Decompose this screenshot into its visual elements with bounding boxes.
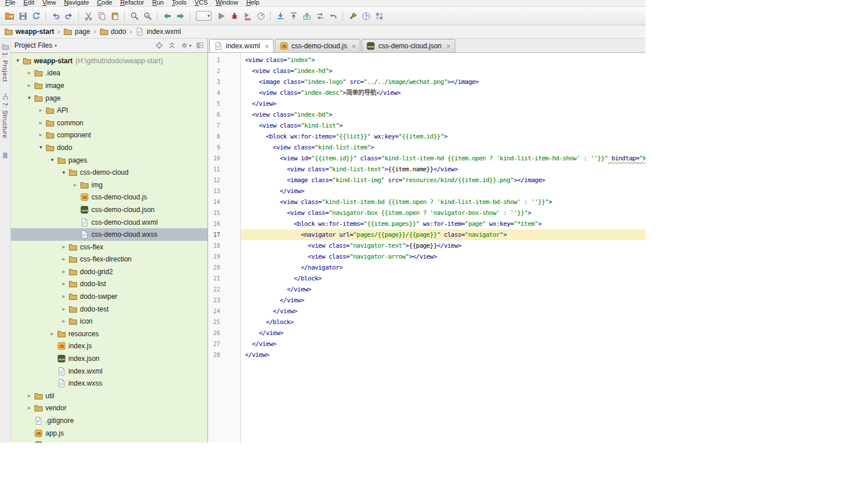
menu-vcs[interactable]: VCS — [191, 0, 212, 6]
tree-item-css-demo-cloud[interactable]: ▼css-demo-cloud — [11, 166, 207, 179]
tree-item-img[interactable]: ▶img — [11, 179, 207, 191]
code-line[interactable]: </view> — [241, 98, 645, 109]
line-number[interactable]: 20 — [208, 262, 240, 273]
expand-toggle[interactable]: ▶ — [59, 282, 68, 286]
project-tool-button[interactable]: 1: Project — [2, 43, 9, 82]
code-line[interactable]: <view class="index-bd"> — [241, 109, 645, 120]
coverage-icon[interactable] — [241, 9, 254, 22]
close-icon[interactable]: × — [352, 43, 356, 50]
line-number[interactable]: 25 — [208, 317, 240, 328]
tree-item-API[interactable]: ▶API — [11, 104, 207, 117]
menu-edit[interactable]: Edit — [20, 0, 39, 6]
redo-icon[interactable] — [62, 9, 75, 22]
vcs-compare-icon[interactable] — [313, 9, 326, 22]
menu-file[interactable]: File — [1, 0, 20, 6]
breadcrumb-item-weapp-start[interactable]: weapp-start — [4, 27, 54, 36]
code-line[interactable]: <view class="navigator-text">{{page}}</v… — [241, 240, 645, 251]
menu-tools[interactable]: Tools — [168, 0, 191, 6]
menu-view[interactable]: View — [39, 0, 60, 6]
line-number[interactable]: 11 — [208, 164, 240, 175]
code-line[interactable]: </view> — [241, 284, 645, 295]
tree-item-app.js[interactable]: JSapp.js — [11, 427, 207, 440]
tree-item-index.js[interactable]: JSindex.js — [11, 340, 207, 353]
tree-item-.idea[interactable]: ▶.idea — [11, 67, 207, 80]
tree-item-icon[interactable]: ▶icon — [11, 315, 207, 328]
code-line[interactable]: </block> — [241, 273, 645, 284]
tree-item-app.json[interactable]: JSONapp.json — [11, 439, 207, 443]
menu-code[interactable]: Code — [93, 0, 116, 6]
code-line[interactable]: <view class="index"> — [241, 55, 645, 66]
tree-item-css-flex[interactable]: ▶css-flex — [11, 241, 207, 253]
open-icon[interactable] — [3, 9, 16, 22]
expand-toggle[interactable]: ▶ — [36, 108, 45, 113]
project-view-selector[interactable]: Project Files ▾ — [14, 41, 57, 49]
code-line[interactable]: <view class="navigator-arrow"></view> — [241, 251, 645, 262]
code-line[interactable]: <view class="kind-list-item-bd {{item.op… — [241, 197, 645, 207]
line-number[interactable]: 21 — [208, 273, 240, 284]
code-line[interactable]: </view> — [241, 186, 645, 197]
line-number[interactable]: 22 — [208, 284, 240, 295]
line-number[interactable]: 8 — [208, 131, 240, 142]
structure-tool-button[interactable]: 7: Structure — [2, 93, 9, 138]
tree-item-common[interactable]: ▶common — [11, 117, 207, 129]
code-line[interactable]: </view> — [241, 338, 645, 349]
code-line[interactable]: </view> — [241, 349, 645, 360]
code-line[interactable]: </view> — [241, 328, 645, 338]
line-number[interactable]: 17 — [208, 229, 240, 240]
expand-toggle[interactable]: ▶ — [59, 294, 68, 299]
code-line[interactable]: <view id="{{item.id}}" class="kind-list-… — [241, 153, 645, 164]
vcs-push-icon[interactable] — [300, 9, 313, 22]
menu-help[interactable]: Help — [242, 0, 263, 6]
code-line[interactable]: </view> — [241, 306, 645, 317]
expand-toggle[interactable]: ▶ — [25, 71, 34, 75]
line-number[interactable]: 9 — [208, 142, 240, 153]
expand-toggle[interactable]: ▶ — [25, 83, 34, 88]
line-number[interactable]: 19 — [208, 251, 240, 262]
menu-refactor[interactable]: Refactor — [116, 0, 148, 6]
collapse-all-icon[interactable] — [168, 41, 176, 49]
line-number[interactable]: 27 — [208, 338, 240, 349]
tree-item-vendor[interactable]: ▶vendor — [11, 402, 207, 415]
line-number[interactable]: 5 — [208, 98, 240, 109]
tree-item-dodo-grid2[interactable]: ▶dodo-grid2 — [11, 266, 207, 278]
tree-item-image[interactable]: ▶image — [11, 79, 207, 92]
code-line[interactable]: <view class="index-desc">简单的导航</view> — [241, 87, 645, 98]
code-line[interactable]: <view class="index-hd"> — [241, 66, 645, 76]
tree-item-css-demo-cloud.json[interactable]: JSONcss-demo-cloud.json — [11, 203, 207, 216]
tree-item-index.wxml[interactable]: index.wxml — [11, 365, 207, 378]
tree-item-component[interactable]: ▶component — [11, 129, 207, 142]
expand-toggle[interactable]: ▶ — [59, 257, 68, 261]
code-line[interactable]: <image class="kind-list-img" src="resour… — [241, 175, 645, 186]
profiler-icon[interactable] — [254, 9, 267, 22]
editor-gutter[interactable]: 1234567891011121314151617181920212223242… — [208, 53, 241, 443]
tree-item-index.json[interactable]: JSONindex.json — [11, 352, 207, 365]
gear-icon[interactable]: ▾ — [180, 41, 191, 49]
code-line[interactable]: <image class="index-logo" src="../../ima… — [241, 76, 645, 87]
tree-item-dodo-list[interactable]: ▶dodo-list — [11, 278, 207, 291]
hide-panel-icon[interactable] — [196, 41, 204, 49]
line-number[interactable]: 7 — [208, 120, 240, 131]
cut-icon[interactable] — [82, 9, 95, 22]
line-number[interactable]: 16 — [208, 218, 240, 229]
tree-item-util[interactable]: ▶util — [11, 390, 207, 402]
code-line[interactable]: <block wx:for-items="{{item.pages}}" wx:… — [241, 218, 645, 229]
close-icon[interactable]: × — [264, 43, 269, 50]
menu-window[interactable]: Window — [212, 0, 242, 6]
code-area[interactable]: <view class="index"> <view class="index-… — [241, 53, 645, 443]
line-number[interactable]: 28 — [208, 349, 240, 360]
expand-toggle[interactable]: ▶ — [59, 319, 68, 324]
expand-toggle[interactable]: ▶ — [59, 307, 68, 311]
tree-item-css-flex-direction[interactable]: ▶css-flex-direction — [11, 253, 207, 266]
save-icon[interactable] — [16, 9, 29, 22]
sync-icon[interactable] — [29, 9, 43, 22]
tree-item-dodo-test[interactable]: ▶dodo-test — [11, 303, 207, 316]
settings-wrench-icon[interactable] — [346, 9, 359, 22]
line-number[interactable]: 15 — [208, 207, 240, 218]
expand-toggle[interactable]: ▶ — [59, 270, 68, 274]
code-line[interactable]: <view class="navigator-box {{item.open ?… — [241, 207, 645, 218]
tab-index.wxml[interactable]: index.wxml× — [209, 39, 274, 52]
back-icon[interactable] — [160, 9, 174, 22]
tree-item-.gitignore[interactable]: .gitignore — [11, 414, 207, 427]
code-line[interactable]: </view> — [241, 295, 645, 306]
line-number[interactable]: 6 — [208, 109, 240, 120]
